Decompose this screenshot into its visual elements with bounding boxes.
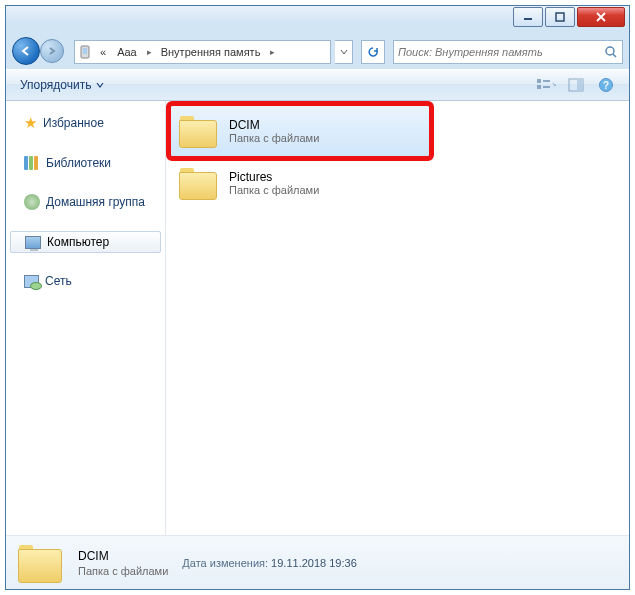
breadcrumb-seg-2[interactable]: Внутренняя память — [156, 41, 267, 63]
svg-point-4 — [606, 47, 614, 55]
address-dropdown[interactable] — [335, 40, 353, 64]
sidebar-label: Компьютер — [47, 235, 109, 249]
svg-rect-8 — [543, 86, 550, 88]
svg-rect-10 — [577, 79, 583, 91]
titlebar — [6, 6, 629, 34]
chevron-icon[interactable]: ▸ — [143, 47, 156, 57]
search-input[interactable] — [398, 46, 604, 58]
details-pane: DCIM Папка с файлами Дата изменения: 19.… — [6, 535, 629, 589]
maximize-button[interactable] — [545, 7, 575, 27]
svg-rect-6 — [537, 85, 541, 89]
nav-buttons — [12, 37, 70, 67]
preview-pane-button[interactable] — [561, 74, 591, 96]
sidebar-item-computer[interactable]: Компьютер — [10, 231, 161, 253]
help-button[interactable]: ? — [591, 74, 621, 96]
folder-type: Папка с файлами — [229, 132, 319, 144]
network-icon — [24, 275, 39, 288]
svg-rect-7 — [543, 80, 550, 82]
sidebar-item-favorites[interactable]: ★Избранное — [6, 111, 165, 135]
folder-type: Папка с файлами — [229, 184, 319, 196]
sidebar-label: Библиотеки — [46, 156, 111, 170]
minimize-button[interactable] — [513, 7, 543, 27]
libraries-icon — [24, 156, 40, 170]
navbar: « Aaa ▸ Внутренняя память ▸ — [6, 34, 629, 69]
device-icon — [75, 45, 95, 59]
details-name: DCIM — [78, 549, 168, 563]
breadcrumb-root[interactable]: « — [95, 41, 112, 63]
search-icon — [604, 45, 618, 59]
organize-button[interactable]: Упорядочить — [14, 75, 110, 95]
svg-rect-3 — [83, 48, 87, 54]
svg-text:?: ? — [603, 80, 609, 91]
folder-item-dcim[interactable]: DCIM Папка с файлами — [170, 105, 430, 157]
sidebar-item-libraries[interactable]: Библиотеки — [6, 153, 165, 173]
back-button[interactable] — [12, 37, 40, 65]
address-bar[interactable]: « Aaa ▸ Внутренняя память ▸ — [74, 40, 331, 64]
folder-name: DCIM — [229, 118, 319, 132]
folder-item-pictures[interactable]: Pictures Папка с файлами — [170, 157, 430, 209]
organize-label: Упорядочить — [20, 78, 91, 92]
svg-rect-0 — [524, 18, 532, 20]
forward-button[interactable] — [40, 39, 64, 63]
toolbar: Упорядочить ? — [6, 69, 629, 101]
sidebar-item-network[interactable]: Сеть — [6, 271, 165, 291]
refresh-button[interactable] — [361, 40, 385, 64]
breadcrumb-seg-1[interactable]: Aaa — [112, 41, 143, 63]
folder-icon — [16, 541, 64, 585]
search-box[interactable] — [393, 40, 623, 64]
folder-icon — [177, 164, 219, 202]
folder-name: Pictures — [229, 170, 319, 184]
close-button[interactable] — [577, 7, 625, 27]
chevron-icon[interactable]: ▸ — [266, 47, 279, 57]
details-type: Папка с файлами — [78, 565, 168, 577]
sidebar-label: Домашняя группа — [46, 195, 145, 209]
svg-rect-5 — [537, 79, 541, 83]
sidebar: ★Избранное Библиотеки Домашняя группа Ко… — [6, 101, 166, 535]
content-pane: DCIM Папка с файлами Pictures Папка с фа… — [166, 101, 629, 535]
homegroup-icon — [24, 194, 40, 210]
computer-icon — [25, 236, 41, 249]
view-options-button[interactable] — [531, 74, 561, 96]
svg-rect-1 — [556, 13, 564, 21]
chevron-down-icon — [96, 81, 104, 89]
folder-icon — [177, 112, 219, 150]
sidebar-item-homegroup[interactable]: Домашняя группа — [6, 191, 165, 213]
sidebar-label: Избранное — [43, 116, 104, 130]
details-date: Дата изменения: 19.11.2018 19:36 — [182, 557, 356, 569]
sidebar-label: Сеть — [45, 274, 72, 288]
star-icon: ★ — [24, 114, 37, 132]
